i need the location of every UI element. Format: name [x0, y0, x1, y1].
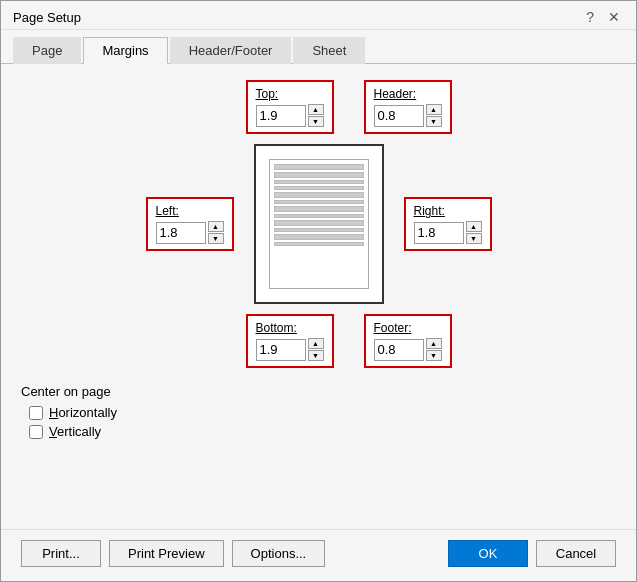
bottom-margin-down[interactable]: ▼	[308, 350, 324, 361]
center-section-label: Center on page	[21, 384, 616, 399]
header-margin-input[interactable]	[374, 105, 424, 127]
footer-margin-input[interactable]	[374, 339, 424, 361]
bottom-margin-input[interactable]	[256, 339, 306, 361]
top-margin-label: Top:	[256, 87, 324, 101]
tab-margins[interactable]: Margins	[83, 37, 167, 64]
footer-margin-spinner-buttons: ▲ ▼	[426, 338, 442, 361]
top-margin-input[interactable]	[256, 105, 306, 127]
preview-line-7	[274, 206, 364, 212]
help-button[interactable]: ?	[582, 9, 598, 25]
tab-bar: Page Margins Header/Footer Sheet	[1, 30, 636, 64]
bottom-margin-label: Bottom:	[256, 321, 324, 335]
left-margin-input[interactable]	[156, 222, 206, 244]
print-preview-button[interactable]: Print Preview	[109, 540, 224, 567]
preview-line-5	[274, 192, 364, 198]
footer-margin-box: Footer: ▲ ▼	[364, 314, 452, 368]
header-margin-up[interactable]: ▲	[426, 104, 442, 115]
header-margin-label: Header:	[374, 87, 442, 101]
ok-button[interactable]: OK	[448, 540, 528, 567]
vertically-checkbox[interactable]	[29, 425, 43, 439]
preview-line-2	[274, 172, 364, 178]
vertically-row: Vertically	[29, 424, 616, 439]
content-area: Top: ▲ ▼ Header: ▲	[1, 64, 636, 529]
header-margin-spinner: ▲ ▼	[374, 104, 442, 127]
right-margin-down[interactable]: ▼	[466, 233, 482, 244]
left-margin-spinner-buttons: ▲ ▼	[208, 221, 224, 244]
tab-page[interactable]: Page	[13, 37, 81, 64]
right-margin-input[interactable]	[414, 222, 464, 244]
preview-line-4	[274, 186, 364, 190]
preview-line-12	[274, 242, 364, 246]
close-button[interactable]: ✕	[604, 9, 624, 25]
left-margin-spinner: ▲ ▼	[156, 221, 224, 244]
top-margin-down[interactable]: ▼	[308, 116, 324, 127]
horizontally-label: Horizontally	[49, 405, 117, 420]
preview-line-8	[274, 214, 364, 218]
top-margin-up[interactable]: ▲	[308, 104, 324, 115]
page-preview	[254, 144, 384, 304]
footer-margin-up[interactable]: ▲	[426, 338, 442, 349]
cancel-button[interactable]: Cancel	[536, 540, 616, 567]
right-margin-spinner: ▲ ▼	[414, 221, 482, 244]
preview-line-1	[274, 164, 364, 170]
center-on-page-section: Center on page Horizontally Vertically	[21, 384, 616, 443]
bottom-margin-up[interactable]: ▲	[308, 338, 324, 349]
footer-margin-spinner: ▲ ▼	[374, 338, 442, 361]
top-margin-row: Top: ▲ ▼ Header: ▲	[246, 80, 452, 134]
preview-line-10	[274, 228, 364, 232]
horizontally-checkbox[interactable]	[29, 406, 43, 420]
dialog-footer: Print... Print Preview Options... OK Can…	[1, 529, 636, 581]
header-margin-spinner-buttons: ▲ ▼	[426, 104, 442, 127]
margins-layout: Top: ▲ ▼ Header: ▲	[21, 80, 616, 513]
left-margin-box: Left: ▲ ▼	[146, 197, 234, 251]
right-margin-box: Right: ▲ ▼	[404, 197, 492, 251]
bottom-margin-spinner: ▲ ▼	[256, 338, 324, 361]
preview-line-6	[274, 200, 364, 204]
right-margin-spinner-buttons: ▲ ▼	[466, 221, 482, 244]
top-margin-box: Top: ▲ ▼	[246, 80, 334, 134]
title-controls: ? ✕	[582, 9, 624, 25]
top-margin-spinner-buttons: ▲ ▼	[308, 104, 324, 127]
top-margin-spinner: ▲ ▼	[256, 104, 324, 127]
action-buttons: Print... Print Preview Options...	[21, 540, 325, 567]
print-button[interactable]: Print...	[21, 540, 101, 567]
left-margin-up[interactable]: ▲	[208, 221, 224, 232]
tab-header-footer[interactable]: Header/Footer	[170, 37, 292, 64]
preview-line-9	[274, 220, 364, 226]
dialog: Page Setup ? ✕ Page Margins Header/Foote…	[0, 0, 637, 582]
page-inner-preview	[269, 159, 369, 289]
horizontally-row: Horizontally	[29, 405, 616, 420]
confirm-buttons: OK Cancel	[448, 540, 616, 567]
left-margin-label: Left:	[156, 204, 224, 218]
dialog-title: Page Setup	[13, 10, 81, 25]
tab-sheet[interactable]: Sheet	[293, 37, 365, 64]
footer-margin-down[interactable]: ▼	[426, 350, 442, 361]
middle-margin-row: Left: ▲ ▼	[146, 144, 492, 304]
footer-margin-label: Footer:	[374, 321, 442, 335]
right-margin-up[interactable]: ▲	[466, 221, 482, 232]
header-margin-box: Header: ▲ ▼	[364, 80, 452, 134]
preview-line-11	[274, 234, 364, 240]
vertically-label: Vertically	[49, 424, 101, 439]
title-bar: Page Setup ? ✕	[1, 1, 636, 30]
right-margin-label: Right:	[414, 204, 482, 218]
bottom-margin-row: Bottom: ▲ ▼ Footer: ▲	[246, 314, 452, 368]
bottom-margin-box: Bottom: ▲ ▼	[246, 314, 334, 368]
preview-line-3	[274, 180, 364, 184]
options-button[interactable]: Options...	[232, 540, 326, 567]
bottom-margin-spinner-buttons: ▲ ▼	[308, 338, 324, 361]
left-margin-down[interactable]: ▼	[208, 233, 224, 244]
header-margin-down[interactable]: ▼	[426, 116, 442, 127]
